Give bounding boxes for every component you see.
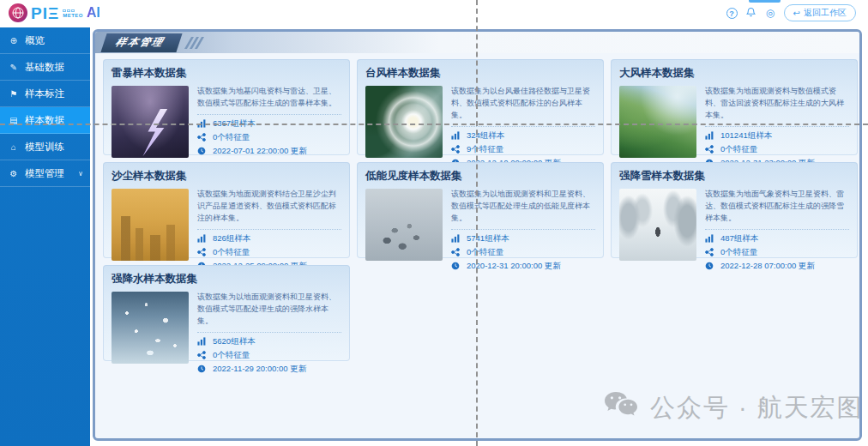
updated-time: 2022-12-28 07:00:00 更新	[720, 261, 815, 272]
app-header: PIΞ METEO AI ? ◎ ↩ 返回工作区	[0, 0, 868, 27]
sidebar-item-model-management[interactable]: ⚙ 模型管理 ∨	[0, 160, 90, 187]
card-description: 该数据集为地面观测资料结合卫星沙尘判识产品星通道资料、数值模式资料匹配标注的样本…	[197, 189, 341, 225]
dataset-card-snowfall[interactable]: 强降雪样本数据集 该数据集为地面气象资料与卫星资料、雷达、数值模式资料匹配标注生…	[611, 162, 858, 258]
card-description: 该数据集为地面观测资料与数值模式资料、雷达回波资料匹配标注生成的大风样本集。	[705, 86, 849, 122]
sidebar-item-sample-data[interactable]: ▤ 样本数据	[0, 107, 90, 134]
card-title: 沙尘样本数据集	[112, 169, 341, 184]
card-title: 台风样本数据集	[365, 66, 595, 81]
sample-count: 101241组样本	[720, 130, 772, 142]
model-management-icon: ⚙	[9, 169, 19, 178]
dataset-card-typhoon[interactable]: 台风样本数据集 该数据集为以台风最佳路径数据与卫星资料、数值模式资料匹配标注的台…	[357, 59, 604, 155]
top-blue-bar	[749, 0, 781, 3]
sample-count: 324组样本	[467, 130, 504, 142]
back-to-workspace-button[interactable]: ↩ 返回工作区	[784, 4, 856, 21]
sample-count: 5741组样本	[467, 233, 509, 244]
dotted-divider	[197, 332, 341, 333]
help-icon[interactable]: ?	[726, 8, 738, 19]
page-title: 样本管理	[100, 33, 182, 52]
wechat-icon	[602, 390, 640, 426]
basic-data-icon: ✎	[9, 63, 19, 72]
dataset-card-low-visibility[interactable]: 低能见度样本数据集 该数据集为以地面观测资料和卫星资料、数值模式等匹配处理生成的…	[357, 162, 604, 258]
feature-count: 0个特征量	[720, 144, 757, 155]
dotted-divider	[197, 229, 341, 230]
sidebar-nav: ⊕ 概览 ✎ 基础数据 ⚑ 样本标注 ▤ 样本数据 ⌂ 模型训练 ⚙ 模型管理 …	[0, 27, 90, 446]
sample-annotation-icon: ⚑	[9, 89, 19, 99]
sample-count: 5620组样本	[213, 336, 256, 347]
dataset-card-grid: 雷暴样本数据集 该数据集为地基闪电资料与雷达、卫星、数值模式等匹配标注生成的雷暴…	[95, 53, 859, 367]
card-title: 强降水样本数据集	[112, 272, 341, 286]
feature-nodes-icon	[197, 133, 206, 142]
fog-thumbnail	[365, 189, 443, 261]
card-title: 雷暴样本数据集	[112, 66, 341, 81]
dataset-card-rainfall[interactable]: 强降水样本数据集 该数据集为以地面观测资料和卫星资料、数值模式等匹配处理生成的强…	[103, 265, 350, 361]
sidebar-item-sample-annotation[interactable]: ⚑ 样本标注	[0, 81, 90, 107]
sample-data-icon: ▤	[9, 116, 19, 125]
settings-gear-icon[interactable]: ◎	[764, 7, 777, 20]
bar-chart-icon	[705, 234, 714, 243]
model-training-icon: ⌂	[9, 142, 19, 152]
updated-time: 2022-07-01 22:00:00 更新	[213, 146, 307, 157]
sandstorm-thumbnail	[112, 189, 189, 261]
bar-chart-icon	[451, 234, 460, 243]
bar-chart-icon	[197, 234, 206, 243]
overview-icon: ⊕	[9, 36, 19, 45]
main-panel: 样本管理 雷暴样本数据集 该数据集为地基闪电资料与雷达、卫星、数值模式等匹配标注…	[93, 29, 862, 441]
bar-chart-icon	[197, 337, 206, 346]
back-arrow-icon: ↩	[793, 9, 800, 18]
bar-chart-icon	[197, 119, 206, 128]
sample-count: 6367组样本	[213, 118, 256, 130]
sidebar-item-basic-data[interactable]: ✎ 基础数据	[0, 54, 90, 81]
thunderstorm-thumbnail	[112, 86, 189, 158]
clock-icon	[705, 262, 714, 270]
logo-text-meteo: METEO	[63, 9, 83, 18]
logo-squares	[63, 9, 75, 12]
bar-chart-icon	[705, 131, 714, 140]
card-title: 强降雪样本数据集	[619, 169, 849, 184]
feature-count: 0个特征量	[213, 350, 250, 361]
feature-nodes-icon	[197, 248, 206, 256]
sample-count: 826组样本	[213, 233, 250, 244]
sample-count: 487组样本	[720, 233, 758, 244]
logo-text-pie: PIΞ	[31, 5, 59, 21]
feature-nodes-icon	[451, 145, 460, 154]
card-description: 该数据集为以地面观测资料和卫星资料、数值模式等匹配处理生成的强降水样本集。	[197, 292, 341, 328]
dotted-divider	[451, 229, 595, 230]
section-banner: 样本管理	[95, 32, 859, 53]
chevron-down-icon: ∨	[78, 170, 83, 178]
dataset-card-gale[interactable]: 大风样本数据集 该数据集为地面观测资料与数值模式资料、雷达回波资料匹配标注生成的…	[611, 59, 858, 155]
feature-nodes-icon	[705, 145, 714, 154]
watermark-text: 公众号 · 航天宏图	[650, 391, 864, 425]
card-title: 低能见度样本数据集	[365, 169, 595, 184]
dotted-divider	[705, 229, 849, 230]
globe-logo-icon	[9, 3, 27, 22]
feature-nodes-icon	[705, 248, 714, 256]
clock-icon	[451, 262, 460, 270]
feature-count: 0个特征量	[213, 132, 250, 143]
dataset-card-thunderstorm[interactable]: 雷暴样本数据集 该数据集为地基闪电资料与雷达、卫星、数值模式等匹配标注生成的雷暴…	[103, 59, 350, 155]
dotted-divider	[451, 126, 595, 127]
bar-chart-icon	[451, 131, 460, 140]
notification-bell-icon[interactable]	[744, 7, 757, 20]
snow-thumbnail	[619, 189, 696, 261]
updated-time: 2022-11-29 20:00:00 更新	[213, 364, 306, 375]
updated-time: 2020-12-31 20:00:00 更新	[467, 261, 561, 272]
dataset-card-sand[interactable]: 沙尘样本数据集 该数据集为地面观测资料结合卫星沙尘判识产品星通道资料、数值模式资…	[103, 162, 350, 258]
feature-nodes-icon	[197, 351, 206, 359]
feature-nodes-icon	[451, 248, 460, 256]
card-description: 该数据集为地基闪电资料与雷达、卫星、数值模式等匹配标注生成的雷暴样本集。	[197, 86, 341, 110]
rain-thumbnail	[112, 292, 189, 364]
card-description: 该数据集为以地面观测资料和卫星资料、数值模式等匹配处理生成的低能见度样本集。	[451, 189, 595, 225]
feature-count: 0个特征量	[720, 247, 757, 258]
dotted-divider	[705, 126, 849, 127]
dotted-divider	[197, 114, 341, 115]
clock-icon	[197, 365, 206, 373]
gale-thumbnail	[619, 86, 696, 158]
clock-icon	[197, 147, 206, 155]
wechat-watermark: 公众号 · 航天宏图	[602, 390, 864, 426]
card-description: 该数据集为地面气象资料与卫星资料、雷达、数值模式资料匹配标注生成的强降雪样本集。	[705, 189, 849, 225]
logo-text-ai: AI	[87, 6, 100, 20]
sidebar-item-model-training[interactable]: ⌂ 模型训练	[0, 134, 90, 160]
feature-count: 0个特征量	[213, 247, 250, 258]
card-description: 该数据集为以台风最佳路径数据与卫星资料、数值模式资料匹配标注的台风样本集。	[451, 86, 595, 122]
sidebar-item-overview[interactable]: ⊕ 概览	[0, 27, 90, 54]
